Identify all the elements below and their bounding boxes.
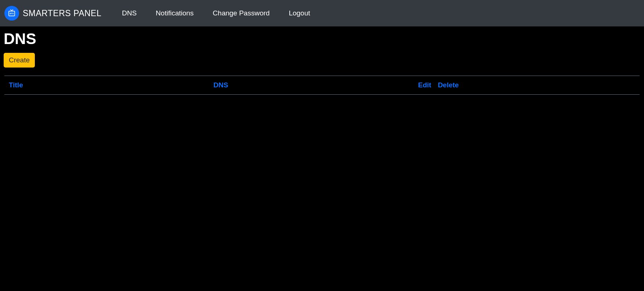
page-title: DNS xyxy=(4,30,640,48)
nav-item-dns[interactable]: DNS xyxy=(112,6,146,21)
dns-table: Title DNS Edit Delete xyxy=(4,76,640,95)
navbar: IPTV SMARTERS PANEL DNS Notifications Ch… xyxy=(0,0,644,26)
table-header-row: Title DNS Edit Delete xyxy=(4,76,640,95)
nav-item-logout[interactable]: Logout xyxy=(279,6,319,21)
nav-item-change-password[interactable]: Change Password xyxy=(203,6,279,21)
nav-item-notifications[interactable]: Notifications xyxy=(146,6,204,21)
brand-icon: IPTV xyxy=(4,6,19,21)
column-header-delete[interactable]: Delete xyxy=(433,76,640,95)
column-header-edit[interactable]: Edit xyxy=(414,76,433,95)
tv-icon: IPTV xyxy=(7,8,17,18)
page-content: DNS Create Title DNS Edit Delete xyxy=(0,26,644,95)
nav-links: DNS Notifications Change Password Logout xyxy=(112,6,319,21)
create-button[interactable]: Create xyxy=(4,53,35,68)
svg-text:IPTV: IPTV xyxy=(10,13,14,15)
table-container: Title DNS Edit Delete xyxy=(4,76,640,95)
column-header-dns[interactable]: DNS xyxy=(209,76,414,95)
brand-text: SMARTERS PANEL xyxy=(23,8,101,18)
column-header-title[interactable]: Title xyxy=(4,76,209,95)
brand[interactable]: IPTV SMARTERS PANEL xyxy=(4,6,101,21)
